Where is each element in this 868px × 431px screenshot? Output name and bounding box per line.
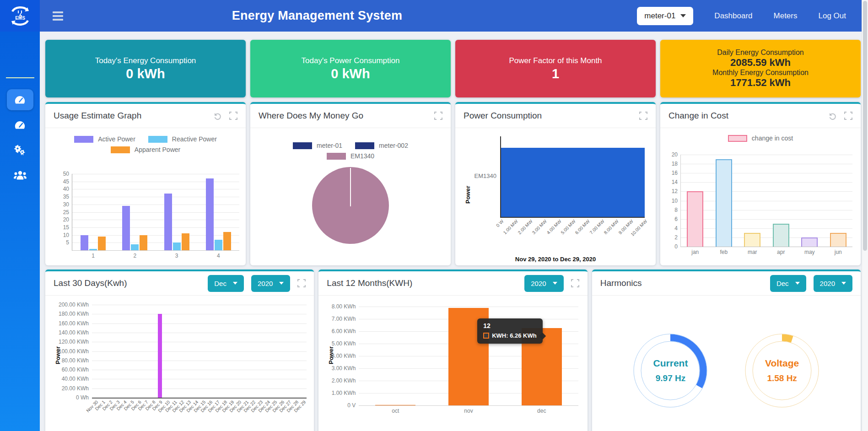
bar-reactive-power[interactable] bbox=[131, 244, 139, 250]
bar-reactive-power[interactable] bbox=[173, 242, 181, 250]
month-dropdown[interactable]: Dec bbox=[770, 275, 806, 292]
sidebar-item-users[interactable] bbox=[7, 165, 33, 186]
sidebar-item-settings[interactable] bbox=[7, 140, 33, 161]
nav-link-dashboard[interactable]: Dashboard bbox=[714, 11, 752, 21]
year-dropdown-value: 2020 bbox=[258, 280, 273, 287]
bar-active-power[interactable] bbox=[122, 206, 130, 250]
x-tick: Dec 7 bbox=[142, 398, 149, 400]
gauge-current[interactable]: Current9.97 Hz bbox=[631, 332, 709, 409]
year-dropdown[interactable]: 2020 bbox=[251, 275, 290, 292]
legend-item[interactable]: EM1340 bbox=[327, 152, 374, 160]
gears-icon bbox=[13, 144, 27, 156]
bar-apparent-power[interactable] bbox=[223, 232, 231, 250]
y-tick-label: 45 bbox=[63, 178, 69, 185]
y-tick-label: 10 bbox=[63, 232, 69, 238]
stat-title: Daily Energy Consumption bbox=[717, 48, 803, 57]
bar-jan[interactable] bbox=[687, 191, 703, 247]
meter-select-dropdown[interactable]: meter-01 bbox=[637, 7, 693, 25]
month-dropdown[interactable]: Dec bbox=[208, 275, 244, 292]
cost-chart-body[interactable]: change in cost 20181614121086420janfebma… bbox=[660, 128, 861, 265]
bar-slot bbox=[171, 305, 178, 398]
bar-mar[interactable] bbox=[744, 233, 760, 247]
x-tick: dec bbox=[505, 405, 578, 414]
fullscreen-icon[interactable] bbox=[844, 112, 852, 120]
sidebar-item-dashboard[interactable] bbox=[7, 89, 33, 110]
year-dropdown[interactable]: 2020 bbox=[814, 275, 852, 292]
navbar-right: meter-01 Dashboard Meters Log Out bbox=[637, 7, 868, 25]
legend-item[interactable]: meter-01 bbox=[293, 142, 342, 149]
legend-item[interactable]: Reactive Power bbox=[148, 135, 217, 143]
bar-feb[interactable] bbox=[716, 159, 732, 247]
legend-swatch bbox=[111, 146, 130, 153]
x-tick-label: 4.00 MW bbox=[545, 219, 562, 235]
last30-chart-body[interactable]: Power 200.00 KWh180.00 KWh160.00 KWh140.… bbox=[45, 296, 314, 431]
bar-em1340[interactable] bbox=[501, 148, 645, 217]
sidebar-item-meters[interactable] bbox=[7, 114, 33, 135]
gauge-voltage[interactable]: Voltage1.58 Hz bbox=[743, 332, 821, 409]
fullscreen-icon[interactable] bbox=[229, 112, 237, 120]
reset-icon[interactable] bbox=[828, 112, 837, 120]
fullscreen-icon[interactable] bbox=[571, 279, 579, 287]
bar-active-power[interactable] bbox=[206, 178, 214, 250]
bar-slot bbox=[206, 305, 214, 398]
card-title: Where Does My Money Go bbox=[259, 111, 363, 121]
last30-bar-chart[interactable]: 200.00 KWh180.00 KWh160.00 KWh140.00 KWh… bbox=[92, 305, 307, 399]
bar-may[interactable] bbox=[801, 237, 818, 247]
usage-bar-chart[interactable]: 50454035302520151051234 bbox=[72, 174, 239, 251]
chevron-down-icon bbox=[795, 282, 800, 285]
legend-item[interactable]: Active Power bbox=[74, 135, 135, 143]
legend-item[interactable]: meter-002 bbox=[355, 142, 408, 149]
bar-slot bbox=[738, 155, 767, 247]
last12-bar-chart[interactable]: 12 KWH: 6.26 KWh 8.00 KWh7.00 KWh6.00 KW… bbox=[359, 307, 578, 406]
bar-jun[interactable] bbox=[830, 233, 846, 247]
bar-slot bbox=[128, 305, 135, 398]
bar-apparent-power[interactable] bbox=[98, 237, 106, 250]
last12-chart-body[interactable]: Power 12 KWH: 6.26 KWh 8.00 KWh7.00 KWh6… bbox=[318, 296, 587, 431]
bar-apparent-power[interactable] bbox=[140, 235, 147, 250]
fullscreen-icon[interactable] bbox=[297, 279, 306, 287]
legend-swatch bbox=[728, 135, 747, 142]
page-scrollbar[interactable] bbox=[862, 0, 868, 431]
y-tick-label: 35 bbox=[63, 194, 69, 200]
year-dropdown[interactable]: 2020 bbox=[524, 275, 563, 292]
app-logo[interactable]: EMS bbox=[0, 0, 40, 32]
cost-bar-chart[interactable]: 20181614121086420janfebmaraprmayjun bbox=[680, 155, 852, 247]
x-tick: Dec 21 bbox=[242, 398, 249, 400]
y-tick-label: 25 bbox=[63, 209, 69, 216]
chevron-down-icon bbox=[553, 282, 557, 285]
chevron-down-icon bbox=[841, 282, 846, 285]
bar-active-power[interactable] bbox=[164, 194, 172, 250]
category-label: EM1340 bbox=[474, 172, 496, 179]
bar-active-power[interactable] bbox=[81, 235, 88, 250]
gauge-value: 9.97 Hz bbox=[656, 373, 685, 383]
x-tick: Dec 12 bbox=[178, 398, 185, 400]
x-tick-label: 0 W bbox=[495, 219, 504, 228]
menu-icon[interactable] bbox=[53, 11, 63, 21]
scrollbar-thumb[interactable] bbox=[863, 1, 867, 251]
legend-item[interactable]: change in cost bbox=[728, 135, 793, 142]
power-horizontal-bar-chart[interactable]: EM1340 0 W1.00 MW2.00 MW3.00 MW4.00 MW5.… bbox=[500, 136, 645, 218]
fullscreen-icon[interactable] bbox=[639, 112, 647, 120]
x-tick: Dec 2 bbox=[106, 398, 113, 400]
harmonics-body[interactable]: Current9.97 HzVoltage1.58 Hz bbox=[592, 296, 861, 431]
pie-chart[interactable] bbox=[312, 167, 389, 244]
bar-apparent-power[interactable] bbox=[182, 233, 189, 250]
bar-slot bbox=[163, 305, 171, 398]
bar-reactive-power[interactable] bbox=[215, 240, 222, 250]
bar-slot bbox=[278, 305, 286, 398]
bar-slot bbox=[156, 305, 164, 398]
nav-link-meters[interactable]: Meters bbox=[774, 11, 798, 21]
money-chart-body[interactable]: meter-01meter-002EM1340 bbox=[250, 128, 451, 265]
fullscreen-icon[interactable] bbox=[434, 112, 442, 120]
usage-chart-body[interactable]: Active PowerReactive PowerApparent Power… bbox=[45, 128, 246, 265]
nav-link-logout[interactable]: Log Out bbox=[819, 11, 846, 21]
legend-item[interactable]: Apparent Power bbox=[111, 146, 180, 153]
y-tick-label: 200.00 KWh bbox=[59, 302, 89, 308]
legend-label: meter-01 bbox=[317, 142, 342, 149]
y-tick-label: 3.00 KWh bbox=[332, 365, 356, 372]
x-tick: Dec 9 bbox=[156, 398, 164, 400]
bar-apr[interactable] bbox=[773, 224, 789, 247]
power-chart-body[interactable]: Power EM1340 0 W1.00 MW2.00 MW3.00 MW4.0… bbox=[455, 128, 656, 265]
bar-dec-9[interactable] bbox=[158, 314, 162, 398]
reset-icon[interactable] bbox=[213, 112, 222, 120]
